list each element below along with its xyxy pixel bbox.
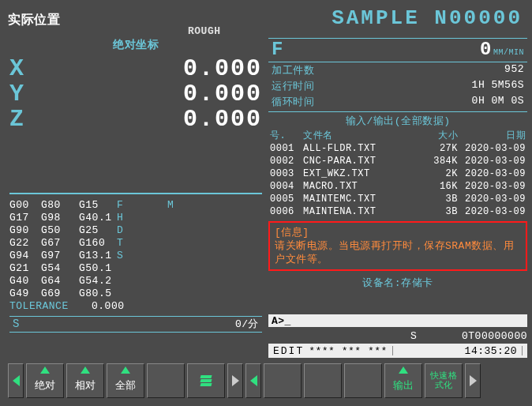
gcode-cell: G98 [41,212,79,224]
file-date: 2020-03-09 [458,193,526,205]
file-name: MAINTENA.TXT [303,205,420,218]
gcode-cell: G25 [79,224,117,237]
gcode-cell: G160 [79,237,117,250]
softkey-quickformat-label2: 式化 [435,381,453,390]
tolerance-label: TOLERANCE [9,300,92,313]
status-bar: EDIT **** *** *** 14:35:20 [268,344,527,358]
gcode-cell: G50.1 [79,262,117,275]
arrow-right-icon [470,375,477,386]
gcode-cell: G69 [41,288,79,300]
counter-cycle-label: 循环时间 [272,95,314,109]
file-list: 输入/输出(全部数据) 号. 文件名 大小 日期 0001ALL-FLDR.TX… [268,111,527,218]
command-line[interactable]: A>_ [268,314,527,327]
gcode-cell: G90 [9,224,41,237]
file-size: 27K [420,142,458,155]
spindle-row: S 0/分 [9,316,262,333]
softkey-all[interactable]: 全部 [107,363,144,398]
gcode-cell: G49 [9,288,41,300]
message-head: [信息] [275,226,521,239]
file-date: 2020-03-09 [458,155,526,167]
counter-runtime-label: 运行时间 [272,79,314,93]
gcode-row: G22G67G160T [9,237,262,250]
file-name: MAINTEMC.TXT [303,193,420,205]
file-size: 384K [420,155,458,167]
softkey-mid-prev[interactable] [245,363,261,398]
file-row[interactable]: 0002CNC-PARA.TXT384K2020-03-09 [268,155,527,167]
counter-parts-value: 952 [504,63,524,77]
file-row[interactable]: 0005MAINTEMC.TXT3B2020-03-09 [268,193,527,205]
file-no: 0006 [270,205,303,218]
file-row[interactable]: 0004MACRO.TXT16K2020-03-09 [268,180,527,193]
gcode-cell: G80.5 [79,288,117,300]
softkey-bar: 绝对 相对 全部 输出 快速格式化 [6,363,526,398]
softkey-4[interactable] [147,363,185,398]
page-title: 实际位置 [6,12,271,28]
softkey-abs[interactable]: 绝对 [26,363,64,398]
file-no: 0003 [270,167,303,180]
gcode-cell: G17 [9,212,41,224]
program-id: SAMPLE N00000 [271,6,526,30]
file-col-size: 大小 [420,130,458,142]
file-size: 2K [420,167,458,180]
file-date: 2020-03-09 [458,167,526,180]
axis-panel: 绝对坐标 X 0.000 Y 0.000 Z 0.000 [9,38,262,131]
spindle-value: 0/分 [25,318,259,331]
file-no: 0004 [270,180,303,193]
status-mode: EDIT [273,345,304,357]
mode-label: ROUGH [188,25,221,37]
gcode-cell [129,275,167,288]
softkey-quickformat[interactable]: 快速格式化 [425,363,463,398]
gcode-row: G40G64G54.2 [9,275,262,288]
counter-runtime: 运行时间 1H 5M56S [268,78,527,94]
gcode-cell [129,212,167,224]
arrow-left-icon [13,375,20,386]
gcode-letter [117,288,129,300]
axis-y-value: 0.000 [47,81,262,107]
axis-row-z: Z 0.000 [9,106,262,133]
gcode-letter: M [167,199,174,212]
file-size: 3B [420,205,458,218]
softkey-next[interactable] [465,363,481,398]
spindle-label: S [13,318,25,330]
softkey-8[interactable] [344,363,382,398]
file-name: CNC-PARA.TXT [303,155,420,167]
file-row[interactable]: 0001ALL-FLDR.TXT27K2020-03-09 [268,142,527,155]
softkey-6[interactable] [264,363,302,398]
softkey-output-label: 输出 [393,381,414,392]
arrow-up-icon [40,367,50,374]
file-no: 0001 [270,142,303,155]
softkey-mid-next[interactable] [227,363,243,398]
gcode-cell [129,199,167,212]
gcode-cell: G40.1 [79,212,117,224]
axis-x-label: X [9,55,47,82]
file-col-no: 号. [270,130,303,142]
counter-cycle: 循环时间 0H 0M 0S [268,94,527,110]
file-col-name: 文件名 [303,130,420,142]
softkey-prev[interactable] [8,363,24,398]
gcode-cell [129,224,167,237]
feed-label: F [272,39,295,60]
gcode-letter [117,262,129,275]
softkey-rel[interactable]: 相对 [66,363,104,398]
gcode-cell: G15 [79,199,117,212]
gcode-cell: G94 [9,250,41,262]
gcode-row: G21G54G50.1 [9,262,262,275]
counter-parts-label: 加工件数 [272,63,314,77]
axis-x-value: 0.000 [47,55,262,82]
axis-z-label: Z [9,106,47,133]
file-row[interactable]: 0003EXT_WKZ.TXT2K2020-03-09 [268,167,527,180]
file-row[interactable]: 0006MAINTENA.TXT3B2020-03-09 [268,205,527,218]
gcode-cell: G80 [41,199,79,212]
counter-runtime-value: 1H 5M56S [472,79,524,93]
softkey-7[interactable] [304,363,342,398]
axis-row-y: Y 0.000 [9,81,262,107]
softkey-5[interactable] [187,363,225,398]
gcode-panel: G00G80G15FMG17G98G40.1HG90G50G25DG22G67G… [9,193,262,333]
softkey-output[interactable]: 输出 [384,363,422,398]
gcode-letter: T [117,237,129,250]
message-box: [信息] 请关断电源。当电源再打开时，保存SRAM数据、用户文件等。 [268,221,527,271]
device-label: 设备名: [362,277,401,289]
axis-y-label: Y [9,81,47,107]
gcode-letter: F [117,199,129,212]
status-s-label: S [410,330,417,342]
